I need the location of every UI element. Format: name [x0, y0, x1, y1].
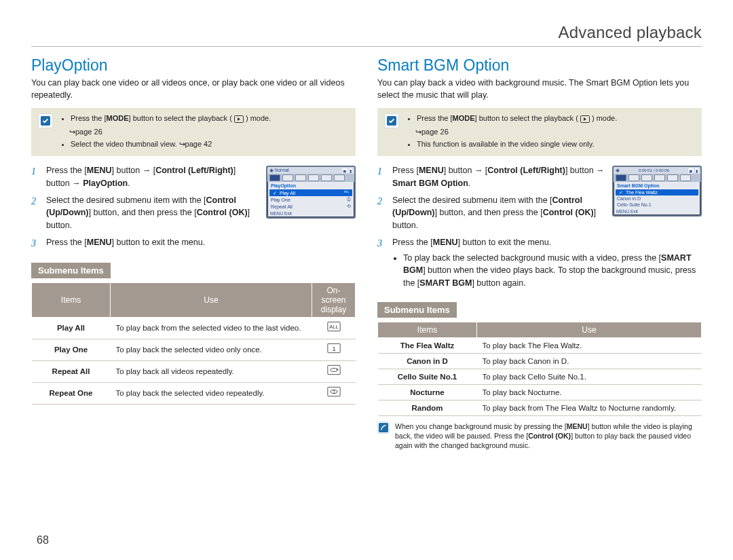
right-column: Smart BGM Option You can play back a vid… — [377, 56, 702, 450]
left-column: PlayOption You can play back one video o… — [31, 56, 356, 450]
item-name: Canon in D — [378, 353, 477, 369]
screen-list: ✓The Flea Waltz Canon in D Cello Suite N… — [614, 189, 700, 208]
item-use: To play back from The Flea Waltz to Noct… — [477, 400, 702, 415]
svg-marker-2 — [238, 117, 240, 121]
note-box: Press the [MODE] button to select the pl… — [377, 108, 702, 156]
screen-top-left: ◉ Normal — [269, 168, 289, 173]
svg-text:1: 1 — [332, 346, 335, 352]
note-ref: ↪page 26 — [415, 127, 617, 137]
step-1: 1 Press the [MENU] button → [Control (Le… — [31, 164, 261, 190]
check-note-icon — [384, 113, 399, 128]
step-number: 3 — [377, 236, 387, 290]
item-name: Nocturne — [378, 384, 477, 400]
table-row: Repeat All To play back all videos repea… — [32, 360, 356, 382]
item-use: To play back the selected video repeated… — [111, 382, 312, 404]
item-name: Repeat One — [32, 382, 111, 404]
screen-top-right: ▣▮ — [688, 168, 698, 173]
screen-top-right: ▣▮ — [342, 168, 352, 173]
step-number: 2 — [377, 194, 387, 232]
smartbgm-table: Items Use The Flea Waltz To play back Th… — [377, 322, 702, 416]
table-row: Nocturne To play back Nocturne. — [378, 384, 702, 400]
playback-mode-icon — [234, 115, 244, 126]
submenu-items-heading: Submenu Items — [31, 263, 111, 278]
screen-tabs — [614, 174, 700, 182]
item-use: To play back The Flea Waltz. — [477, 337, 702, 353]
note-line: Press the [MODE] button to select the pl… — [71, 113, 271, 126]
info-note-icon — [377, 422, 390, 434]
smartbgm-screenshot: ◉ 0:00:01 / 0:00:06 ▣▮ Smart BGM Option … — [612, 166, 702, 217]
screen-item: Cello Suite No.1 — [614, 202, 700, 208]
screen-top-left: ◉ — [616, 168, 620, 173]
playoption-intro: You can play back one video or all video… — [31, 77, 356, 101]
item-name: Random — [378, 400, 477, 415]
footnote: When you change background music by pres… — [377, 422, 702, 451]
note-list: Press the [MODE] button to select the pl… — [406, 113, 617, 151]
step-body: Press the [MENU] button to exit the menu… — [46, 236, 356, 250]
item-use: To play back from the selected video to … — [111, 317, 312, 339]
th-display: On-screen display — [312, 282, 356, 317]
step-3: 3 Press the [MENU] button to exit the me… — [31, 236, 356, 250]
step-2: 2 Select the desired submenu item with t… — [377, 194, 607, 232]
screen-header: Smart BGM Option — [614, 182, 700, 189]
table-row: Canon in D To play back Canon in D. — [378, 353, 702, 369]
screen-header: PlayOption — [267, 182, 354, 189]
screen-item: Repeat All⟲ — [267, 203, 354, 210]
svg-text:ALL: ALL — [329, 324, 338, 330]
page-number: 68 — [37, 534, 49, 546]
svg-text:1: 1 — [333, 389, 335, 394]
step-3: 3 Press the [MENU] button to exit the me… — [377, 236, 702, 290]
play-all-icon: ALL — [312, 317, 356, 339]
svg-marker-8 — [337, 368, 339, 370]
step-body: Select the desired submenu item with the… — [46, 194, 261, 232]
note-box: Press the [MODE] button to select the pl… — [31, 108, 356, 156]
table-row: Play All To play back from the selected … — [32, 317, 356, 339]
step-2: 2 Select the desired submenu item with t… — [31, 194, 261, 232]
svg-marker-13 — [584, 117, 586, 121]
step-body: Select the desired submenu item with the… — [392, 194, 607, 232]
item-use: To play back Canon in D. — [477, 353, 702, 369]
footnote-text: When you change background music by pres… — [395, 422, 702, 451]
item-use: To play back all videos repeatedly. — [111, 360, 312, 382]
screen-item: Canon in D — [614, 195, 700, 202]
item-use: To play back the selected video only onc… — [111, 339, 312, 360]
item-name: Play One — [32, 339, 111, 360]
play-one-icon: 1 — [312, 339, 356, 360]
screen-item-selected: ✓Play Allᴬᴸᴸ — [269, 189, 352, 196]
check-note-icon — [38, 113, 53, 128]
screen-item-selected: ✓The Flea Waltz — [616, 189, 698, 195]
table-row: Play One To play back the selected video… — [32, 339, 356, 360]
note-line-2: This function is available in the video … — [417, 139, 617, 149]
item-name: The Flea Waltz — [378, 337, 477, 353]
screen-item: Play One➀ — [267, 196, 354, 203]
divider — [31, 46, 702, 47]
repeat-one-icon: 1 — [312, 382, 356, 404]
playoption-table: Items Use On-screen display Play All To … — [31, 282, 356, 405]
item-name: Play All — [32, 317, 111, 339]
note-line: Press the [MODE] button to select the pl… — [417, 113, 617, 126]
note-list: Press the [MODE] button to select the pl… — [60, 113, 271, 151]
screen-list: ✓Play Allᴬᴸᴸ Play One➀ Repeat All⟲ — [267, 189, 354, 210]
table-row: Random To play back from The Flea Waltz … — [378, 400, 702, 415]
th-items: Items — [378, 322, 477, 337]
svg-rect-7 — [327, 365, 339, 374]
smartbgm-heading: Smart BGM Option — [377, 56, 702, 75]
screen-exit: MENU Exit — [267, 210, 354, 217]
item-name: Cello Suite No.1 — [378, 369, 477, 384]
step-1: 1 Press [MENU] button → [Control (Left/R… — [377, 164, 607, 190]
step-3-bullet: To play back the selected background mus… — [403, 252, 702, 290]
item-use: To play back Nocturne. — [477, 384, 702, 400]
table-row: Repeat One To play back the selected vid… — [32, 382, 356, 404]
step-number: 2 — [31, 194, 41, 232]
step-number: 1 — [377, 164, 387, 190]
item-name: Repeat All — [32, 360, 111, 382]
submenu-items-heading: Submenu Items — [377, 302, 457, 318]
step-number: 3 — [31, 236, 41, 250]
playoption-heading: PlayOption — [31, 56, 356, 75]
page-title: Advanced playback — [31, 23, 702, 42]
playoption-screenshot: ◉ Normal ▣▮ PlayOption ✓Play Allᴬᴸᴸ Play… — [266, 166, 356, 219]
th-items: Items — [32, 282, 111, 317]
screen-time: 0:00:01 / 0:00:06 — [639, 168, 669, 172]
playback-mode-icon — [580, 115, 590, 126]
smartbgm-intro: You can play back a video with backgroun… — [377, 77, 702, 101]
th-use: Use — [111, 282, 312, 317]
